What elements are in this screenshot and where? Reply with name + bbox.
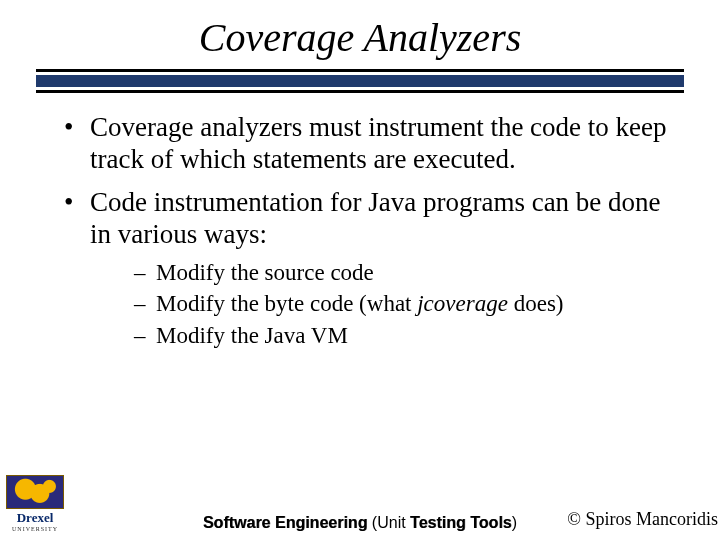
slide-body: Coverage analyzers must instrument the c… (0, 111, 720, 349)
footer-text: (Unit (372, 514, 410, 531)
list-item: Coverage analyzers must instrument the c… (60, 111, 680, 176)
bullet-list: Coverage analyzers must instrument the c… (60, 111, 680, 349)
sub-bullet-list: Modify the source code Modify the byte c… (134, 259, 680, 350)
footer-text: Software Engineering (203, 514, 372, 531)
footer-copyright: © Spiros Mancoridis (567, 509, 718, 530)
slide-footer: Drexel UNIVERSITY Software Engineering (… (0, 484, 720, 534)
sub-bullet-prefix: Modify the byte code (what (156, 291, 417, 316)
sub-bullet-text: Modify the Java VM (156, 323, 348, 348)
list-item: Modify the Java VM (134, 322, 680, 350)
bullet-text: Coverage analyzers must instrument the c… (90, 112, 667, 174)
sub-bullet-suffix: does) (508, 291, 564, 316)
bullet-text: Code instrumentation for Java programs c… (90, 187, 661, 249)
slide: Coverage Analyzers Coverage analyzers mu… (0, 0, 720, 540)
slide-title: Coverage Analyzers (0, 0, 720, 69)
dragon-icon (6, 475, 64, 509)
list-item: Modify the byte code (what jcoverage doe… (134, 290, 680, 318)
title-divider (36, 69, 684, 93)
footer-text: ) (512, 514, 517, 531)
list-item: Code instrumentation for Java programs c… (60, 186, 680, 350)
footer-text: Testing Tools (410, 514, 512, 531)
sub-bullet-text: Modify the source code (156, 260, 374, 285)
list-item: Modify the source code (134, 259, 680, 287)
sub-bullet-em: jcoverage (417, 291, 508, 316)
